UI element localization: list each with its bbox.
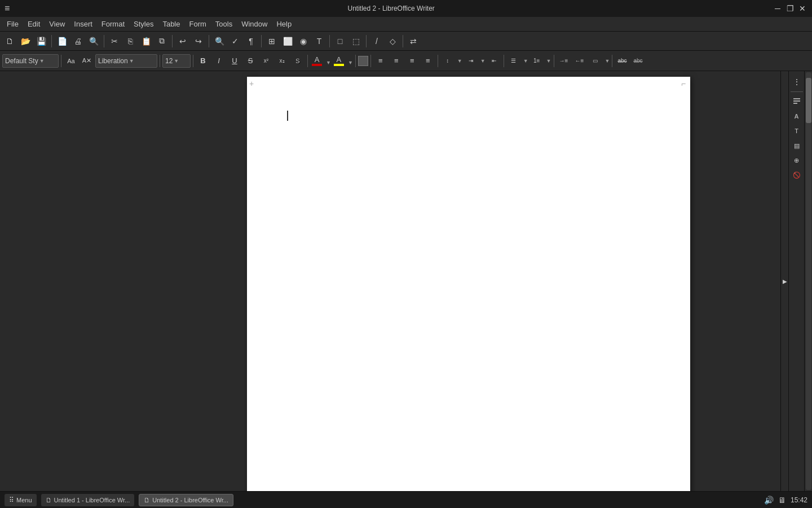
- menu-item-form[interactable]: Form: [184, 19, 210, 29]
- navigator-button[interactable]: T: [791, 125, 803, 137]
- menu-item-table[interactable]: Table: [158, 19, 184, 29]
- insert-frame-button[interactable]: ⬚: [348, 34, 363, 49]
- insert-textbox-button[interactable]: □: [333, 34, 347, 49]
- subscript-button[interactable]: x₂: [275, 54, 289, 68]
- right-sidebar: ⋮ A T ▤ ⊕ 🚫: [788, 71, 804, 491]
- outdent-list-button[interactable]: ←≡: [572, 54, 587, 68]
- align-justify-button[interactable]: ≡: [421, 54, 435, 68]
- strikethrough-button[interactable]: S: [243, 54, 258, 68]
- sidebar-collapse-button[interactable]: ▶: [780, 71, 788, 491]
- insert-line-button[interactable]: /: [369, 34, 384, 49]
- insert-chart-button[interactable]: ◉: [296, 34, 311, 49]
- app-menu-icon[interactable]: ≡: [5, 3, 10, 14]
- formatting-marks-button[interactable]: ¶: [244, 34, 258, 49]
- align-left-button[interactable]: ≡: [373, 54, 388, 68]
- maximize-button[interactable]: ❐: [785, 3, 795, 14]
- insert-text-button[interactable]: T: [312, 34, 326, 49]
- taskbar-right: 🔊 🖥 15:42: [764, 496, 807, 505]
- menu-item-help[interactable]: Help: [272, 19, 296, 29]
- numbering-button[interactable]: 1≡: [529, 54, 544, 68]
- svg-rect-2: [793, 103, 797, 104]
- insert-image-button[interactable]: ⬜: [280, 34, 295, 49]
- track-changes-button[interactable]: abc: [615, 54, 629, 68]
- paragraph-style-selector[interactable]: Default Sty ▼: [2, 54, 59, 68]
- taskbar-menu-button[interactable]: ⠿ Menu: [5, 494, 37, 506]
- vertical-scrollbar[interactable]: [804, 71, 812, 491]
- volume-icon[interactable]: 🔊: [764, 496, 774, 505]
- char-bg-button[interactable]: [358, 56, 368, 66]
- copy-button[interactable]: ⎘: [123, 34, 138, 49]
- spell-button[interactable]: ✓: [228, 34, 242, 49]
- font-color-dropdown-arrow[interactable]: ▼: [326, 56, 331, 65]
- italic-button[interactable]: I: [211, 54, 226, 68]
- numbering-arrow[interactable]: ▼: [546, 58, 551, 64]
- taskbar-window-1[interactable]: 🗋 Untitled 1 - LibreOffice Wr...: [41, 494, 135, 506]
- highlight-color-button[interactable]: A: [332, 56, 346, 66]
- menu-item-styles[interactable]: Styles: [129, 19, 158, 29]
- menu-item-tools[interactable]: Tools: [211, 19, 237, 29]
- redo-button[interactable]: ↪: [191, 34, 206, 49]
- indent-list-button[interactable]: →≡: [557, 54, 571, 68]
- align-center-button[interactable]: ≡: [389, 54, 404, 68]
- find-sidebar-button[interactable]: 🚫: [791, 169, 803, 181]
- scroll-thumb[interactable]: [806, 78, 811, 123]
- decrease-indent-button[interactable]: ⇤: [487, 54, 501, 68]
- new-button[interactable]: 🗋: [2, 34, 17, 49]
- scroll-track[interactable]: [806, 72, 811, 490]
- open-button[interactable]: 📂: [18, 34, 33, 49]
- menu-item-view[interactable]: View: [45, 19, 69, 29]
- indent-arrow[interactable]: ▼: [480, 58, 486, 64]
- set-style-button[interactable]: Aa: [64, 54, 78, 68]
- insert-table-button[interactable]: ⊞: [264, 34, 279, 49]
- bullets-button[interactable]: ☰: [506, 54, 521, 68]
- sep2: [160, 55, 160, 67]
- gallery-button[interactable]: ▤: [791, 139, 803, 152]
- bullets-arrow[interactable]: ▼: [523, 58, 528, 64]
- print-button[interactable]: 🖨: [70, 34, 85, 49]
- sidebar-three-dots[interactable]: ⋮: [791, 76, 803, 88]
- document-area[interactable]: + ⌐: [157, 71, 780, 491]
- font-name-selector[interactable]: Liberation ▼: [95, 54, 157, 68]
- export-pdf-button[interactable]: 📄: [55, 34, 69, 49]
- font-size-selector[interactable]: 12 ▼: [162, 54, 191, 68]
- display-icon[interactable]: 🖥: [778, 496, 786, 505]
- styles-panel-button[interactable]: A: [791, 110, 803, 122]
- cut-button[interactable]: ✂: [107, 34, 122, 49]
- bold-button[interactable]: B: [196, 54, 210, 68]
- menu-item-edit[interactable]: Edit: [23, 19, 45, 29]
- print-preview-button[interactable]: 🔍: [86, 34, 101, 49]
- border-arrow[interactable]: ▼: [605, 58, 610, 64]
- superscript-button[interactable]: x²: [259, 54, 273, 68]
- toolbar-separator: [329, 35, 330, 47]
- close-button[interactable]: ✕: [797, 3, 807, 14]
- show-changes-button[interactable]: abc: [630, 54, 645, 68]
- properties-panel-button[interactable]: [791, 95, 803, 108]
- minimize-button[interactable]: ─: [773, 3, 783, 14]
- text-cursor-area[interactable]: [286, 111, 288, 121]
- insert-special-button[interactable]: ⇄: [406, 34, 421, 49]
- line-spacing-arrow[interactable]: ▼: [457, 58, 462, 64]
- menu-item-insert[interactable]: Insert: [69, 19, 97, 29]
- line-spacing-button[interactable]: ↕: [440, 54, 455, 68]
- paste-button[interactable]: 📋: [139, 34, 153, 49]
- taskbar-window-2[interactable]: 🗋 Untitled 2 - LibreOffice Wr...: [139, 494, 233, 506]
- window-controls: ─ ❐ ✕: [773, 3, 807, 14]
- menu-item-format[interactable]: Format: [97, 19, 129, 29]
- clear-style-button[interactable]: A✕: [80, 54, 94, 68]
- save-button[interactable]: 💾: [34, 34, 48, 49]
- find-button[interactable]: 🔍: [212, 34, 227, 49]
- underline-button[interactable]: U: [227, 54, 242, 68]
- shadow-text-button[interactable]: S: [290, 54, 305, 68]
- paste-special-button[interactable]: ⧉: [155, 34, 169, 49]
- menu-item-file[interactable]: File: [2, 19, 23, 29]
- undo-button[interactable]: ↩: [175, 34, 190, 49]
- document-page[interactable]: + ⌐: [247, 77, 690, 491]
- menu-item-window[interactable]: Window: [237, 19, 272, 29]
- insert-shapes-button[interactable]: ◇: [385, 34, 400, 49]
- font-color-button[interactable]: A: [310, 56, 324, 66]
- increase-indent-button[interactable]: ⇥: [464, 54, 478, 68]
- border-button[interactable]: ▭: [588, 54, 603, 68]
- highlight-color-dropdown-arrow[interactable]: ▼: [348, 56, 353, 65]
- macros-button[interactable]: ⊕: [791, 154, 803, 167]
- align-right-button[interactable]: ≡: [405, 54, 420, 68]
